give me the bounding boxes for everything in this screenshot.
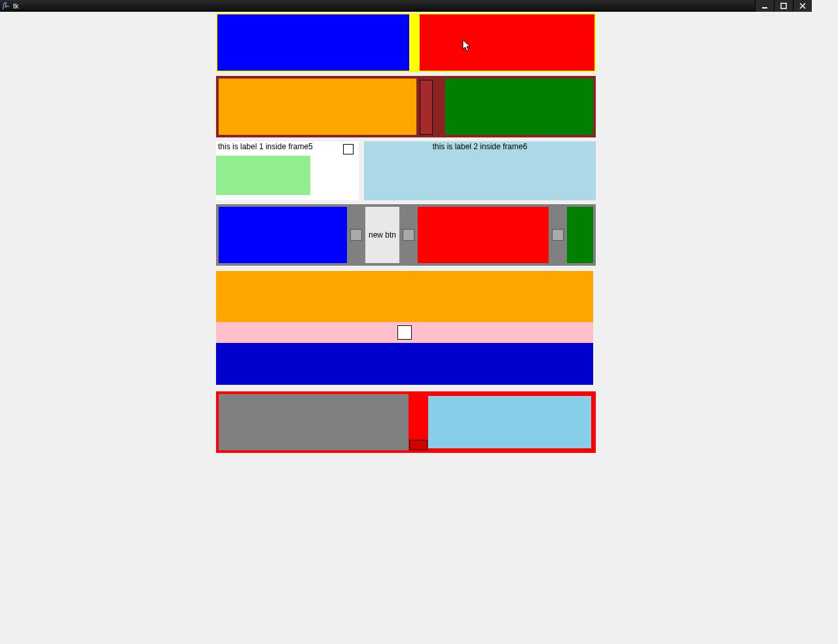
app-icon xyxy=(1,1,10,10)
frame5-lightgreen-panel xyxy=(216,156,310,195)
frame-stack: this is label 1 inside frame5 this is la… xyxy=(216,13,596,453)
frame8-slider[interactable] xyxy=(409,394,428,450)
frame2-slider[interactable] xyxy=(416,79,436,135)
new-btn-label: new btn xyxy=(369,230,396,240)
label-2: this is label 2 inside frame6 xyxy=(431,141,529,152)
checkbox-4[interactable] xyxy=(552,229,564,241)
frame2-orange-panel xyxy=(219,79,416,135)
window-title: tk xyxy=(13,2,19,10)
frame4-green-panel xyxy=(567,207,593,263)
frame-4: new btn xyxy=(216,204,596,266)
frame1-blue-panel xyxy=(217,14,409,71)
frame-5: this is label 1 inside frame5 xyxy=(216,141,338,200)
checkbox-2[interactable] xyxy=(350,229,362,241)
frame7-orange-panel xyxy=(216,271,593,322)
frame4-check-c xyxy=(549,207,567,263)
frame3-check-column xyxy=(338,141,359,200)
frame-3: this is label 1 inside frame5 this is la… xyxy=(216,141,596,200)
titlebar: tk xyxy=(0,0,812,12)
checkbox-3[interactable] xyxy=(403,229,414,241)
frame4-check-a xyxy=(347,207,365,263)
svg-rect-0 xyxy=(762,7,767,9)
frame8-slider-thumb[interactable] xyxy=(409,440,428,450)
frame4-blue-panel xyxy=(219,207,347,263)
frame8-gray-panel xyxy=(219,394,409,450)
frame-2 xyxy=(216,76,596,137)
frame7-blue-panel xyxy=(216,343,593,385)
label-1: this is label 1 inside frame5 xyxy=(216,141,316,153)
checkbox-1[interactable] xyxy=(343,144,354,154)
client-area: this is label 1 inside frame5 this is la… xyxy=(0,12,812,453)
svg-rect-1 xyxy=(781,3,786,9)
frame-6: this is label 2 inside frame6 xyxy=(364,141,596,200)
frame1-gap xyxy=(409,14,420,71)
frame2-green-panel xyxy=(445,79,593,135)
frame4-red-panel xyxy=(418,207,549,263)
frame8-sky-panel xyxy=(428,396,591,448)
frame1-red-panel xyxy=(420,14,594,71)
frame7-mid-row xyxy=(216,322,593,343)
checkbox-5[interactable] xyxy=(397,325,412,340)
maximize-button[interactable] xyxy=(774,0,793,12)
minimize-button[interactable] xyxy=(755,0,774,12)
frame4-check-b xyxy=(399,207,418,263)
frame3-gap xyxy=(359,141,364,200)
frame2-slider-thumb[interactable] xyxy=(420,80,433,135)
close-button[interactable] xyxy=(793,0,812,12)
new-btn-button[interactable]: new btn xyxy=(365,207,399,263)
frame-8 xyxy=(216,391,596,453)
frame-1 xyxy=(216,13,596,72)
frame-7 xyxy=(216,271,593,385)
frame2-gap xyxy=(436,79,445,135)
